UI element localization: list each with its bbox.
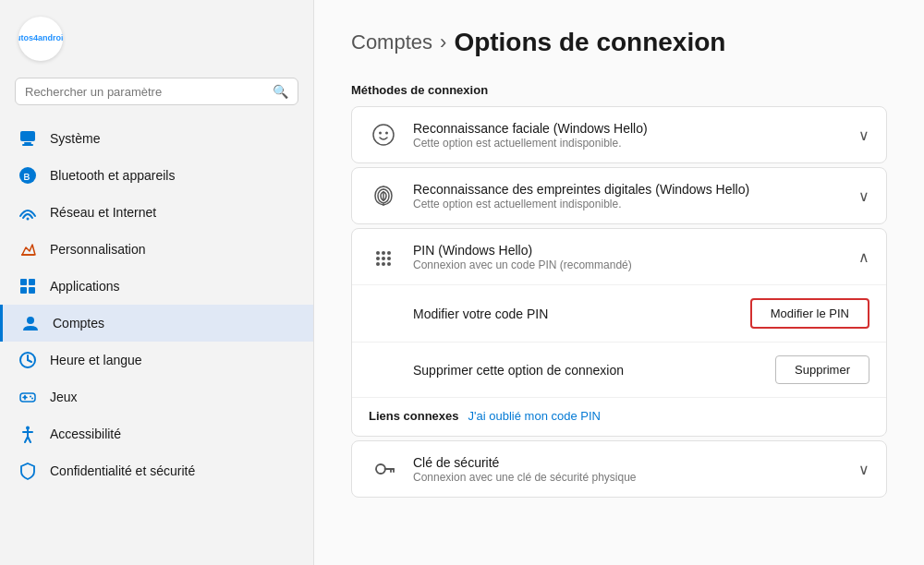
search-area: 🔍: [0, 70, 313, 116]
faciale-chevron: ∨: [858, 126, 869, 144]
empreintes-text: Reconnaissance des empreintes digitales …: [413, 182, 844, 210]
empreintes-title: Reconnaissance des empreintes digitales …: [413, 182, 844, 197]
pin-chevron: ∧: [858, 248, 869, 266]
logo-text: tutos4android: [20, 18, 61, 59]
sidebar-item-bluetooth[interactable]: ʙ Bluetooth et appareils: [0, 157, 313, 194]
faciale-icon: [369, 120, 398, 150]
logo: tutos4android: [18, 17, 63, 61]
remove-pin-label: Supprimer cette option de connexion: [413, 363, 775, 378]
svg-point-11: [27, 317, 34, 324]
svg-rect-8: [29, 279, 35, 285]
search-button[interactable]: 🔍: [273, 84, 288, 99]
related-links-row: Liens connexes J'ai oublié mon code PIN: [352, 398, 886, 436]
personnalisation-icon: [18, 240, 37, 258]
svg-point-27: [379, 132, 382, 135]
svg-point-34: [382, 257, 385, 260]
sidebar-item-personnalisation[interactable]: Personnalisation: [0, 231, 313, 268]
bluetooth-icon: ʙ: [18, 166, 37, 185]
pin-title: PIN (Windows Hello): [413, 243, 844, 258]
sidebar-item-confidentialite[interactable]: Confidentialité et sécurité: [0, 452, 313, 489]
empreintes-chevron: ∨: [858, 187, 869, 205]
sidebar-item-comptes[interactable]: Comptes: [0, 305, 313, 342]
modify-pin-button[interactable]: Modifier le PIN: [750, 298, 869, 329]
pin-icon: [369, 242, 398, 271]
modify-pin-label: Modifier votre code PIN: [413, 307, 750, 321]
svg-point-35: [387, 257, 391, 260]
svg-point-33: [376, 257, 380, 260]
svg-point-30: [376, 251, 380, 255]
svg-rect-7: [20, 279, 27, 285]
svg-rect-9: [20, 287, 27, 294]
svg-rect-1: [24, 142, 31, 144]
svg-point-26: [373, 125, 394, 145]
card-pin-header[interactable]: PIN (Windows Hello) Connexion avec un co…: [352, 229, 886, 285]
sidebar-item-bluetooth-label: Bluetooth et appareils: [50, 168, 175, 183]
remove-pin-row: Supprimer cette option de connexion Supp…: [352, 343, 886, 398]
jeux-icon: [18, 388, 37, 406]
comptes-icon: [21, 314, 40, 332]
empreintes-subtitle: Cette option est actuellement indisponib…: [413, 198, 844, 210]
faciale-title: Reconnaissance faciale (Windows Hello): [413, 121, 844, 136]
search-input[interactable]: [25, 85, 273, 99]
card-security: Clé de sécurité Connexion avec une clé d…: [351, 440, 887, 498]
modify-pin-row: Modifier votre code PIN Modifier le PIN: [352, 285, 886, 343]
breadcrumb-parent: Comptes: [351, 30, 432, 54]
pin-subtitle: Connexion avec un code PIN (recommandé): [413, 258, 844, 271]
sidebar-item-accessibilite[interactable]: Accessibilité: [0, 415, 313, 452]
sidebar-item-reseau[interactable]: Réseau et Internet: [0, 194, 313, 231]
faciale-subtitle: Cette option est actuellement indisponib…: [413, 137, 844, 150]
reseau-icon: [18, 203, 37, 222]
systeme-icon: [18, 129, 37, 148]
card-empreintes-header[interactable]: Reconnaissance des empreintes digitales …: [352, 168, 886, 223]
pin-text: PIN (Windows Hello) Connexion avec un co…: [413, 243, 844, 271]
sidebar-item-jeux[interactable]: Jeux: [0, 379, 313, 415]
sidebar-item-confidentialite-label: Confidentialité et sécurité: [50, 463, 195, 478]
svg-text:ʙ: ʙ: [23, 169, 30, 183]
accessibilite-icon: [18, 425, 37, 443]
sidebar-item-heure-label: Heure et langue: [50, 353, 142, 367]
svg-line-25: [28, 437, 30, 442]
svg-point-36: [376, 262, 380, 266]
page-title: Options de connexion: [454, 28, 725, 57]
sidebar-item-systeme[interactable]: Système: [0, 120, 313, 157]
svg-rect-2: [22, 144, 33, 146]
sidebar-item-reseau-label: Réseau et Internet: [50, 205, 156, 220]
sidebar-item-applications-label: Applications: [50, 279, 120, 294]
svg-point-20: [31, 398, 33, 400]
sidebar-item-applications[interactable]: Applications: [0, 268, 313, 305]
card-pin: PIN (Windows Hello) Connexion avec un co…: [351, 228, 887, 437]
breadcrumb-separator: ›: [440, 30, 446, 54]
sidebar: tutos4android 🔍 Système ʙ Bluetooth et a…: [0, 0, 314, 565]
svg-point-39: [376, 464, 385, 474]
empreintes-icon: [369, 181, 398, 210]
remove-pin-button[interactable]: Supprimer: [775, 355, 869, 384]
svg-point-5: [27, 218, 30, 221]
sidebar-item-jeux-label: Jeux: [50, 390, 78, 404]
applications-icon: [18, 277, 37, 295]
security-title: Clé de sécurité: [413, 455, 844, 470]
svg-point-32: [387, 251, 391, 255]
confidentialite-icon: [18, 462, 37, 480]
svg-point-38: [387, 262, 391, 266]
svg-line-14: [28, 360, 31, 362]
section-title: Méthodes de connexion: [351, 83, 887, 97]
security-key-icon: [369, 454, 398, 484]
svg-point-19: [30, 396, 31, 398]
search-box: 🔍: [15, 78, 298, 105]
card-faciale: Reconnaissance faciale (Windows Hello) C…: [351, 106, 887, 163]
forgot-pin-link[interactable]: J'ai oublié mon code PIN: [468, 409, 601, 423]
svg-rect-10: [29, 287, 35, 294]
card-faciale-header[interactable]: Reconnaissance faciale (Windows Hello) C…: [352, 107, 886, 162]
security-text: Clé de sécurité Connexion avec une clé d…: [413, 455, 844, 484]
sidebar-item-systeme-label: Système: [50, 131, 100, 146]
sidebar-item-personnalisation-label: Personnalisation: [50, 242, 146, 257]
faciale-text: Reconnaissance faciale (Windows Hello) C…: [413, 121, 844, 150]
sidebar-item-heure[interactable]: Heure et langue: [0, 342, 313, 379]
related-links-label: Liens connexes: [369, 409, 459, 423]
svg-point-37: [382, 262, 385, 266]
security-chevron: ∨: [858, 461, 869, 478]
svg-rect-0: [20, 131, 35, 141]
pin-body: Modifier votre code PIN Modifier le PIN …: [352, 285, 886, 436]
card-security-header[interactable]: Clé de sécurité Connexion avec une clé d…: [352, 441, 886, 497]
main-content: Comptes › Options de connexion Méthodes …: [314, 0, 924, 565]
